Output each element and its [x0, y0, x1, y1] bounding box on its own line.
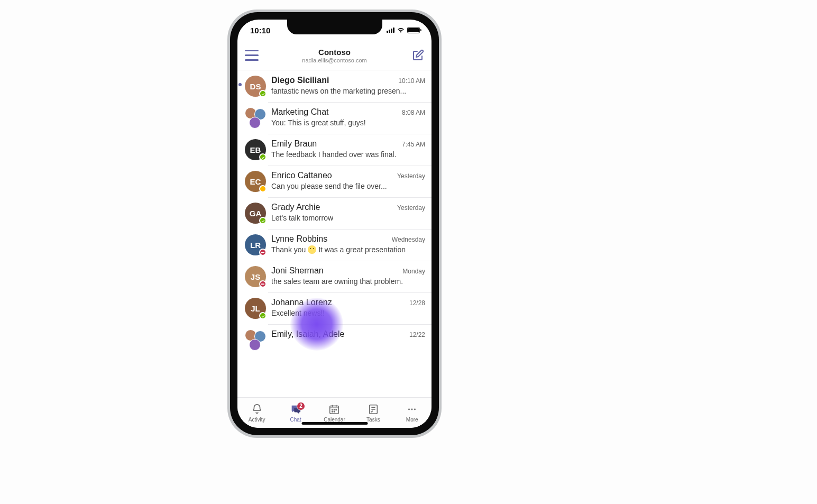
- chat-name: Enrico Cattaneo: [271, 171, 332, 180]
- chat-row[interactable]: GAGrady ArchieYesterdayLet's talk tomorr…: [237, 197, 432, 229]
- svg-point-7: [408, 408, 410, 410]
- chat-preview: Thank you It was a great presentation: [271, 245, 425, 254]
- chat-time: 12/22: [409, 331, 425, 338]
- avatar: LR: [245, 234, 266, 255]
- presence-indicator: [259, 185, 267, 193]
- chat-time: 10:10 AM: [398, 77, 425, 85]
- home-indicator[interactable]: [301, 422, 368, 425]
- tab-chat[interactable]: 2 Chat: [280, 404, 311, 423]
- status-time: 10:10: [250, 26, 270, 35]
- notch: [287, 20, 382, 34]
- chat-preview: Excellent news!!: [271, 309, 425, 317]
- chat-preview: The feedback I handed over was final.: [271, 150, 425, 159]
- svg-point-1: [332, 409, 333, 410]
- avatar: JS: [245, 266, 266, 287]
- chat-name: Johanna Lorenz: [271, 298, 332, 307]
- chat-row[interactable]: JLJohanna Lorenz12/28Excellent news!!: [237, 292, 432, 324]
- chat-time: Wednesday: [392, 236, 425, 243]
- chat-body: Emily, Isaiah, Adele12/22: [271, 329, 425, 341]
- svg-point-9: [414, 408, 416, 410]
- user-email: nadia.ellis@contoso.com: [302, 57, 366, 63]
- chat-preview: the sales team are owning that problem.: [271, 277, 425, 286]
- avatar-group: [245, 107, 266, 129]
- emoji-icon: [308, 245, 316, 254]
- screen: 10:10 Contoso nadia.ellis@contoso.com: [237, 20, 432, 428]
- chat-body: Enrico CattaneoYesterdayCan you please s…: [271, 171, 425, 190]
- avatar: DS: [245, 76, 266, 97]
- chat-body: Marketing Chat8:08 AMYou: This is great …: [271, 107, 425, 127]
- phone-device: 10:10 Contoso nadia.ellis@contoso.com: [227, 10, 442, 438]
- tab-activity[interactable]: Activity: [241, 404, 273, 423]
- compose-button[interactable]: [411, 49, 424, 62]
- presence-indicator: [259, 217, 267, 224]
- tab-label: More: [406, 417, 418, 423]
- battery-icon: [407, 27, 420, 33]
- app-header: Contoso nadia.ellis@contoso.com: [237, 41, 432, 70]
- chat-name: Joni Sherman: [271, 266, 324, 276]
- svg-point-8: [411, 408, 413, 410]
- tab-bar: Activity 2 Chat Calendar Tasks Mor: [237, 397, 432, 428]
- cellular-signal-icon: [387, 28, 394, 33]
- chat-preview: You: This is great stuff, guys!: [271, 118, 425, 127]
- chat-time: Yesterday: [397, 204, 425, 212]
- chat-body: Grady ArchieYesterdayLet's talk tomorrow: [271, 203, 425, 222]
- chat-name: Lynne Robbins: [271, 234, 327, 244]
- chat-time: 12/28: [409, 299, 425, 307]
- chat-row[interactable]: ECEnrico CattaneoYesterdayCan you please…: [237, 166, 432, 197]
- wifi-icon: [397, 27, 405, 33]
- chat-time: 8:08 AM: [402, 109, 425, 116]
- tab-calendar[interactable]: Calendar: [318, 404, 350, 423]
- avatar: JL: [245, 298, 266, 319]
- chat-body: Emily Braun7:45 AMThe feedback I handed …: [271, 139, 425, 159]
- avatar: GA: [245, 203, 266, 224]
- chat-list[interactable]: DSDiego Siciliani10:10 AMfantastic news …: [237, 70, 432, 397]
- presence-indicator: [259, 249, 267, 256]
- chat-row[interactable]: Marketing Chat8:08 AMYou: This is great …: [237, 102, 432, 134]
- chat-preview: fantastic news on the marketing presen..…: [271, 87, 425, 95]
- tab-label: Tasks: [366, 417, 380, 423]
- unread-indicator: [238, 83, 242, 86]
- chat-time: Monday: [402, 268, 425, 275]
- svg-point-5: [334, 411, 335, 411]
- avatar: EC: [245, 171, 266, 192]
- tab-more[interactable]: More: [396, 404, 428, 423]
- status-indicators: [387, 27, 420, 33]
- chat-preview: Can you please send the file over...: [271, 182, 425, 190]
- tab-label: Chat: [290, 417, 301, 423]
- chat-name: Emily Braun: [271, 139, 317, 149]
- presence-indicator: [259, 312, 267, 319]
- chat-body: Diego Siciliani10:10 AMfantastic news on…: [271, 76, 425, 95]
- avatar-group: [245, 329, 266, 351]
- chat-row[interactable]: EBEmily Braun7:45 AMThe feedback I hande…: [237, 134, 432, 166]
- chat-row[interactable]: JSJoni ShermanMondaythe sales team are o…: [237, 261, 432, 292]
- tab-tasks[interactable]: Tasks: [357, 404, 389, 423]
- svg-point-4: [332, 411, 333, 411]
- svg-point-2: [334, 409, 335, 410]
- chat-name: Marketing Chat: [271, 107, 329, 117]
- presence-indicator: [259, 153, 267, 161]
- chat-time: Yesterday: [397, 172, 425, 180]
- header-title-block: Contoso nadia.ellis@contoso.com: [302, 48, 366, 63]
- chat-name: Grady Archie: [271, 203, 320, 212]
- chat-body: Lynne RobbinsWednesdayThank you It was a…: [271, 234, 425, 254]
- chat-name: Emily, Isaiah, Adele: [271, 329, 344, 339]
- tab-label: Activity: [249, 417, 265, 423]
- org-name: Contoso: [302, 48, 366, 57]
- chat-name: Diego Siciliani: [271, 76, 329, 85]
- phone-frame: 10:10 Contoso nadia.ellis@contoso.com: [230, 12, 439, 435]
- chat-body: Johanna Lorenz12/28Excellent news!!: [271, 298, 425, 317]
- chat-time: 7:45 AM: [402, 141, 425, 148]
- menu-button[interactable]: [245, 50, 259, 61]
- chat-row[interactable]: LRLynne RobbinsWednesdayThank you It was…: [237, 229, 432, 261]
- chat-badge: 2: [297, 402, 305, 410]
- chat-body: Joni ShermanMondaythe sales team are own…: [271, 266, 425, 286]
- svg-point-3: [336, 409, 336, 410]
- chat-preview: Let's talk tomorrow: [271, 214, 425, 222]
- avatar: EB: [245, 139, 266, 160]
- presence-indicator: [259, 280, 267, 288]
- presence-indicator: [259, 90, 267, 97]
- tab-label: Calendar: [324, 417, 345, 423]
- chat-row[interactable]: Emily, Isaiah, Adele12/22: [237, 324, 432, 356]
- chat-row[interactable]: DSDiego Siciliani10:10 AMfantastic news …: [237, 70, 432, 102]
